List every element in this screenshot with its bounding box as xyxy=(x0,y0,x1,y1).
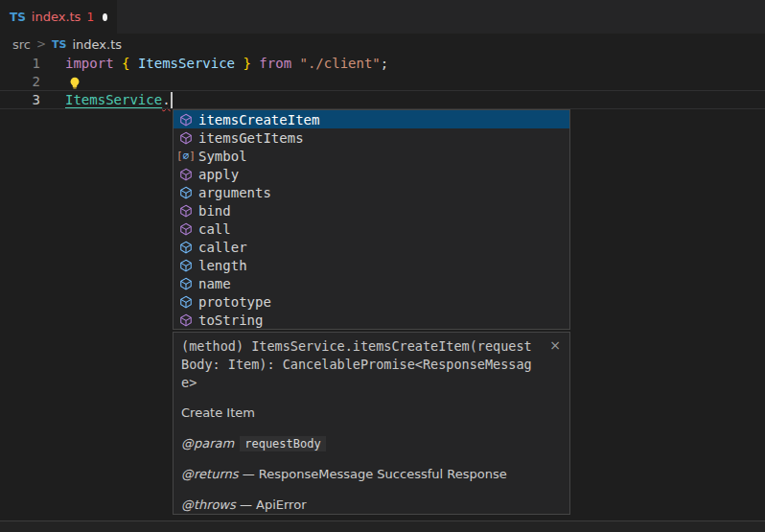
suggest-label: Symbol xyxy=(198,149,247,164)
doc-tag-param: @paramrequestBody xyxy=(181,436,562,451)
typescript-file-icon: TS xyxy=(10,11,26,24)
signature-line: e> xyxy=(181,374,562,392)
code-token: ItemsService xyxy=(138,56,235,71)
code-line[interactable]: 3ItemsService. xyxy=(0,91,765,109)
code-token xyxy=(114,56,122,71)
tag-name: @returns xyxy=(181,467,239,481)
code-token: "./client" xyxy=(300,56,381,71)
breadcrumb-folder[interactable]: src xyxy=(12,37,31,52)
suggest-label: itemsCreateItem xyxy=(198,112,319,127)
symbol-method-icon xyxy=(178,221,194,237)
suggest-item-length[interactable]: length xyxy=(174,256,569,274)
symbol-field-icon xyxy=(178,185,194,200)
suggest-label: name xyxy=(198,276,231,291)
code-text: import { ItemsService } from "./client"; xyxy=(40,55,388,73)
signature-line: (method) ItemsService.itemsCreateItem(re… xyxy=(181,337,562,356)
symbol-method-icon xyxy=(178,203,194,219)
suggest-widget: itemsCreateItemitemsGetItems[∅]Symbolapp… xyxy=(173,109,570,330)
line-number: 3 xyxy=(0,91,40,109)
suggest-label: length xyxy=(198,258,247,273)
code-token: . xyxy=(162,92,170,107)
suggest-label: toString xyxy=(198,312,263,328)
symbol-field-icon xyxy=(178,276,194,291)
suggest-item-Symbol[interactable]: [∅]Symbol xyxy=(174,147,569,165)
current-line-border-top xyxy=(0,90,765,91)
bottom-strip xyxy=(0,521,765,532)
symbol-field-icon xyxy=(178,258,194,273)
modified-dot-icon[interactable] xyxy=(103,13,107,21)
code-token xyxy=(129,56,137,71)
suggest-item-name[interactable]: name xyxy=(174,274,569,292)
signature-line: Body: Item): CancelablePromise<ResponseM… xyxy=(181,356,562,374)
code-text: ItemsService. xyxy=(40,91,171,109)
suggest-item-apply[interactable]: apply xyxy=(174,165,569,183)
suggest-item-prototype[interactable]: prototype xyxy=(174,292,569,311)
symbol-field-icon xyxy=(178,294,194,310)
code-token xyxy=(291,56,299,71)
text-cursor xyxy=(171,92,173,108)
tag-dash: — xyxy=(236,497,256,512)
tag-value: requestBody xyxy=(240,436,325,451)
code-line[interactable]: 2 xyxy=(0,73,765,91)
breadcrumb: src > TS index.ts xyxy=(0,34,765,55)
suggest-label: prototype xyxy=(198,294,271,310)
symbol-method-icon xyxy=(178,112,194,127)
tag-dash: — xyxy=(239,467,259,481)
suggest-label: caller xyxy=(198,240,247,255)
suggest-item-itemsGetItems[interactable]: itemsGetItems xyxy=(174,128,569,147)
code-token: } xyxy=(243,56,250,71)
doc-description: Create Item xyxy=(181,405,562,420)
code-lines: 1import { ItemsService } from "./client"… xyxy=(0,55,765,109)
line-number: 1 xyxy=(0,55,40,73)
doc-tag-throws: @throws — ApiError xyxy=(181,497,562,512)
suggest-label: arguments xyxy=(198,185,271,200)
line-number: 2 xyxy=(0,73,40,91)
code-token: ; xyxy=(381,56,388,71)
vscode-window: TS index.ts 1 src > TS index.ts 1import … xyxy=(0,0,765,532)
suggest-item-arguments[interactable]: arguments xyxy=(174,183,569,201)
signature-block: (method) ItemsService.itemsCreateItem(re… xyxy=(181,337,562,392)
close-icon[interactable]: × xyxy=(549,337,561,353)
tab-bar: TS index.ts 1 xyxy=(0,0,765,34)
code-text xyxy=(40,73,65,91)
tag-value: ResponseMessage Successful Response xyxy=(259,467,507,481)
tab-index-ts[interactable]: TS index.ts 1 xyxy=(0,0,117,34)
tab-filename: index.ts xyxy=(32,10,81,24)
symbol-method-icon xyxy=(178,312,194,328)
tag-name: @param xyxy=(181,436,234,451)
suggest-item-call[interactable]: call xyxy=(174,220,569,238)
symbol-field-icon xyxy=(178,240,194,255)
suggest-label: itemsGetItems xyxy=(198,130,304,146)
suggest-label: call xyxy=(198,221,231,237)
tab-error-count-badge: 1 xyxy=(86,11,94,24)
symbol-method-icon xyxy=(178,130,194,146)
typescript-file-icon: TS xyxy=(52,38,66,51)
chevron-right-icon: > xyxy=(36,37,46,51)
lightbulb-icon[interactable] xyxy=(68,76,81,94)
symbol-property-icon: [∅] xyxy=(178,149,194,164)
suggest-item-caller[interactable]: caller xyxy=(174,238,569,256)
code-token: import xyxy=(65,56,114,71)
suggest-item-toString[interactable]: toString xyxy=(174,311,569,329)
code-token: from xyxy=(259,56,291,71)
suggest-docs-panel: (method) ItemsService.itemsCreateItem(re… xyxy=(173,332,570,515)
tag-value: ApiError xyxy=(256,497,306,512)
tag-name: @throws xyxy=(181,497,236,512)
breadcrumb-file[interactable]: index.ts xyxy=(72,37,122,52)
suggest-item-bind[interactable]: bind xyxy=(174,201,569,220)
suggest-item-itemsCreateItem[interactable]: itemsCreateItem xyxy=(174,110,569,128)
symbol-method-icon xyxy=(178,167,194,182)
suggest-label: bind xyxy=(198,203,231,219)
code-line[interactable]: 1import { ItemsService } from "./client"… xyxy=(0,55,765,73)
doc-tags: @paramrequestBody@returns — ResponseMess… xyxy=(181,436,562,512)
suggest-label: apply xyxy=(198,167,239,182)
code-token: ItemsService xyxy=(65,92,162,107)
doc-tag-returns: @returns — ResponseMessage Successful Re… xyxy=(181,467,562,481)
